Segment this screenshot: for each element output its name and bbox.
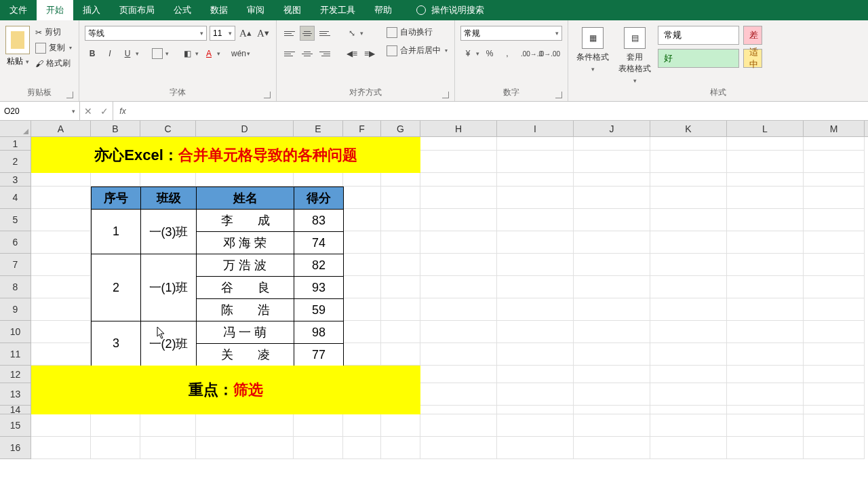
cell-score[interactable]: 74 (294, 232, 344, 254)
tab-data[interactable]: 数据 (201, 0, 237, 20)
align-right-button[interactable] (317, 46, 332, 61)
row-header-8[interactable]: 8 (0, 276, 31, 298)
font-name-select[interactable]: 等线▾ (85, 26, 207, 41)
cut-button[interactable]: ✂ 剪切 (34, 26, 73, 39)
row-header-4[interactable]: 4 (0, 187, 31, 209)
orientation-button[interactable]: ⤡▾ (344, 26, 363, 41)
tab-insert[interactable]: 插入 (73, 0, 110, 20)
row-header-2[interactable]: 2 (0, 151, 31, 173)
underline-button[interactable]: U▾ (120, 46, 139, 61)
wrap-text-button[interactable]: 自动换行 (385, 26, 449, 39)
font-size-select[interactable]: 11▾ (210, 26, 235, 41)
cell-name[interactable]: 关 凌 (197, 344, 294, 366)
increase-indent-button[interactable]: ≡▶ (362, 46, 377, 61)
col-header-C[interactable]: C (140, 121, 196, 136)
col-header-D[interactable]: D (196, 121, 294, 136)
col-header-E[interactable]: E (294, 121, 343, 136)
cancel-formula-button[interactable]: ✕ (80, 106, 96, 117)
copy-button[interactable]: 复制▾ (34, 41, 73, 54)
formula-input[interactable] (132, 102, 868, 120)
font-color-button[interactable]: A▾ (201, 46, 220, 61)
cell-styles-gallery[interactable]: 常规 差 好 适中 (658, 26, 762, 68)
row-header-15[interactable]: 15 (0, 414, 31, 437)
table-format-button[interactable]: ▤ 套用 表格格式 ▾ (616, 26, 654, 85)
merge-center-button[interactable]: 合并后居中▾ (385, 44, 449, 57)
tab-view[interactable]: 视图 (274, 0, 311, 20)
row-header-5[interactable]: 5 (0, 209, 31, 231)
tab-review[interactable]: 审阅 (237, 0, 274, 20)
dialog-launcher-icon[interactable] (66, 92, 73, 98)
cell-seq[interactable]: 3 (92, 321, 141, 366)
row-header-12[interactable]: 12 (0, 366, 31, 383)
align-center-button[interactable] (300, 46, 315, 61)
cell-name[interactable]: 冯 一 萌 (197, 321, 294, 344)
style-bad[interactable]: 差 (743, 26, 762, 45)
decrease-font-button[interactable]: A▾ (256, 26, 271, 41)
row-header-16[interactable]: 16 (0, 437, 31, 459)
border-button[interactable]: ▾ (150, 46, 169, 61)
decrease-decimal-button[interactable]: .0→.00 (542, 46, 557, 61)
cell-seq[interactable]: 2 (92, 254, 141, 321)
col-header-J[interactable]: J (574, 121, 650, 136)
align-bottom-button[interactable] (317, 26, 332, 41)
cell-score[interactable]: 98 (294, 321, 344, 344)
align-left-button[interactable] (282, 46, 297, 61)
tab-file[interactable]: 文件 (0, 0, 37, 20)
cell-class[interactable]: 一(2)班 (141, 321, 197, 366)
cell-name[interactable]: 李 成 (197, 210, 294, 232)
cell-name[interactable]: 邓 海 荣 (197, 232, 294, 254)
number-format-select[interactable]: 常规▾ (460, 26, 562, 41)
cell-score[interactable]: 59 (294, 299, 344, 321)
cell-score[interactable]: 77 (294, 344, 344, 366)
tab-formula[interactable]: 公式 (164, 0, 201, 20)
cell-seq[interactable]: 1 (92, 210, 141, 254)
conditional-format-button[interactable]: ▦ 条件格式 ▾ (574, 26, 612, 74)
paste-button[interactable]: 粘贴▾ (5, 26, 30, 67)
fx-icon[interactable]: fx (113, 102, 132, 120)
col-header-M[interactable]: M (804, 121, 865, 136)
style-good[interactable]: 好 (658, 49, 739, 68)
col-header-F[interactable]: F (343, 121, 381, 136)
row-header-10[interactable]: 10 (0, 321, 31, 343)
align-middle-button[interactable] (300, 26, 315, 41)
col-header-A[interactable]: A (31, 121, 91, 136)
dialog-launcher-icon[interactable] (442, 92, 449, 98)
row-header-13[interactable]: 13 (0, 383, 31, 406)
col-header-H[interactable]: H (420, 121, 497, 136)
cell-score[interactable]: 82 (294, 254, 344, 277)
cell-name[interactable]: 陈 浩 (197, 299, 294, 321)
row-header-9[interactable]: 9 (0, 298, 31, 321)
accept-formula-button[interactable]: ✓ (96, 106, 113, 117)
tab-help[interactable]: 帮助 (365, 0, 401, 20)
bold-button[interactable]: B (85, 46, 100, 61)
comma-button[interactable]: , (500, 46, 515, 61)
percent-button[interactable]: % (482, 46, 497, 61)
row-header-3[interactable]: 3 (0, 173, 31, 187)
decrease-indent-button[interactable]: ◀≡ (344, 46, 359, 61)
cell-score[interactable]: 83 (294, 210, 344, 232)
spreadsheet-grid[interactable]: ABCDEFGHIJKLM 12345678910111213141516 亦心… (0, 121, 868, 459)
col-header-I[interactable]: I (497, 121, 574, 136)
select-all-corner[interactable] (0, 121, 31, 136)
increase-font-button[interactable]: A▴ (238, 26, 253, 41)
cell-class[interactable]: 一(1)班 (141, 254, 197, 321)
col-header-L[interactable]: L (727, 121, 804, 136)
row-header-14[interactable]: 14 (0, 406, 31, 414)
accounting-format-button[interactable]: ¥▾ (460, 46, 479, 61)
align-top-button[interactable] (282, 26, 297, 41)
tab-page-layout[interactable]: 页面布局 (110, 0, 164, 20)
dialog-launcher-icon[interactable] (555, 92, 562, 98)
row-header-7[interactable]: 7 (0, 254, 31, 276)
style-neutral[interactable]: 适中 (743, 49, 762, 68)
dialog-launcher-icon[interactable] (264, 92, 271, 98)
col-header-G[interactable]: G (381, 121, 420, 136)
tab-developer[interactable]: 开发工具 (311, 0, 365, 20)
style-normal[interactable]: 常规 (658, 26, 739, 45)
row-header-1[interactable]: 1 (0, 137, 31, 151)
col-header-K[interactable]: K (650, 121, 727, 136)
tell-me-search[interactable]: 操作说明搜索 (407, 0, 494, 20)
row-header-11[interactable]: 11 (0, 343, 31, 366)
fill-color-button[interactable]: ◧▾ (180, 46, 199, 61)
cell-name[interactable]: 谷 良 (197, 277, 294, 299)
cell-score[interactable]: 93 (294, 277, 344, 299)
